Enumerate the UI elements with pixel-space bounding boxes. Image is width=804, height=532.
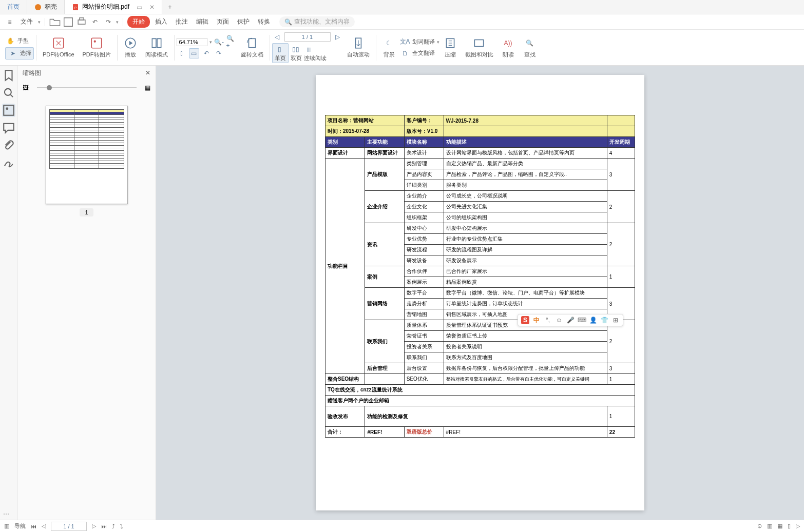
open-folder-icon[interactable] xyxy=(49,16,61,28)
status-view3-icon[interactable]: ▯ xyxy=(788,523,791,529)
zoom-select[interactable] xyxy=(177,38,207,46)
rail-search-icon[interactable] xyxy=(2,86,15,100)
ime-shirt-icon[interactable]: 👕 xyxy=(600,316,608,324)
menu-page[interactable]: 页面 xyxy=(214,17,232,26)
tabs-bar: 首页 稻壳 P 网站报价明细.pdf ▭ ✕ ＋ xyxy=(0,0,804,14)
tool-hand[interactable]: ✋手型 xyxy=(5,36,34,46)
rail-bookmark-icon[interactable] xyxy=(2,69,15,82)
first-page-icon[interactable]: ⏮ xyxy=(31,523,36,529)
tool-full-translate[interactable]: 🗋全文翻译 xyxy=(400,48,439,58)
status-tool-icon[interactable]: ⊙ xyxy=(757,523,762,529)
status-page-input[interactable] xyxy=(51,522,87,531)
tool-read-mode[interactable]: 阅读模式 xyxy=(141,36,172,58)
prev-page-icon[interactable]: ◁ xyxy=(272,32,282,42)
tab-doke[interactable]: 稻壳 xyxy=(27,0,65,14)
thumbnail-title: 缩略图 xyxy=(23,69,41,77)
ime-person-icon[interactable]: 👤 xyxy=(589,316,597,324)
fit-page-icon[interactable]: ▭ xyxy=(189,48,199,58)
rail-thumbnail-icon[interactable] xyxy=(2,104,15,117)
thumb-view-icon[interactable]: 🖼 xyxy=(23,84,29,91)
svg-rect-15 xyxy=(4,105,14,115)
prev-page-icon[interactable]: ◁ xyxy=(42,523,46,529)
tab-close-icon[interactable]: ✕ xyxy=(149,4,155,11)
ime-keyboard-icon[interactable]: ⌨ xyxy=(578,316,586,324)
separator xyxy=(174,35,175,61)
next-page-icon[interactable]: ▷ xyxy=(333,32,343,42)
search-input[interactable]: 🔍 查找功能、文档内容 xyxy=(279,16,355,27)
thumbnail-panel: 缩略图 ✕ 🖼 ▦ 1 xyxy=(17,66,156,520)
menu-file[interactable]: 文件 xyxy=(17,17,36,26)
tool-pdf-to-image[interactable]: PDF转图片 xyxy=(79,36,115,58)
tool-double-page[interactable]: ▯▯双页 xyxy=(291,44,302,62)
tool-background[interactable]: ☾背景 xyxy=(378,36,400,58)
compress-label: 压缩 xyxy=(445,51,456,58)
hamburger-icon[interactable]: ≡ xyxy=(4,16,15,28)
document-viewport[interactable]: 项目名称：营销网站 客户编号： WJ-2015-7.28 时间：2015-07-… xyxy=(156,66,804,520)
rail-attachment-icon[interactable] xyxy=(2,139,15,152)
rail-signature-icon[interactable] xyxy=(2,156,15,169)
rail-comment-icon[interactable] xyxy=(2,121,15,134)
thumb-size-slider[interactable] xyxy=(33,87,141,88)
last-page-icon[interactable]: ⏭ xyxy=(101,523,107,529)
svg-rect-7 xyxy=(91,38,102,48)
compress-icon xyxy=(444,36,457,50)
tool-read-aloud[interactable]: A))朗读 xyxy=(497,36,519,58)
more-icon[interactable]: ⋯ xyxy=(3,510,9,518)
separator xyxy=(123,18,123,26)
menu-edit[interactable]: 编辑 xyxy=(193,17,212,26)
tool-auto-scroll[interactable]: 自动滚动 xyxy=(343,36,374,58)
menu-insert[interactable]: 插入 xyxy=(152,17,170,26)
rotate-left-icon[interactable]: ↶ xyxy=(201,48,212,58)
undo-icon[interactable]: ↶ xyxy=(89,16,101,28)
status-view2-icon[interactable]: ▦ xyxy=(777,523,782,529)
ime-mic-icon[interactable]: 🎤 xyxy=(566,316,575,324)
thumb-grid-icon[interactable]: ▦ xyxy=(145,84,150,91)
svg-rect-5 xyxy=(80,17,84,19)
rotate-right-icon[interactable]: ↷ xyxy=(214,48,224,58)
zoom-in-icon[interactable]: 🔍+ xyxy=(226,37,237,47)
status-play-icon[interactable]: ▷ xyxy=(796,523,800,529)
tool-pdf-to-office[interactable]: PDF转Office xyxy=(39,36,79,58)
redo-icon[interactable]: ↷ xyxy=(103,16,114,28)
ime-toolbar[interactable]: S 中 °, ☺ 🎤 ⌨ 👤 👕 ⊞ xyxy=(518,314,623,326)
tab-home[interactable]: 首页 xyxy=(0,0,27,14)
save-icon[interactable] xyxy=(63,16,74,28)
menu-protect[interactable]: 保护 xyxy=(234,17,253,26)
print-icon[interactable] xyxy=(76,16,87,28)
tool-select[interactable]: ➤选择 xyxy=(5,47,34,60)
menu-annotate[interactable]: 批注 xyxy=(173,17,191,26)
tool-single-page[interactable]: ▯单页 xyxy=(272,43,289,63)
panel-close-icon[interactable]: ✕ xyxy=(145,69,150,76)
menu-start[interactable]: 开始 xyxy=(127,16,150,28)
tool-continuous[interactable]: ⫼连续阅读 xyxy=(304,44,327,62)
menu-convert[interactable]: 转换 xyxy=(255,17,273,26)
tab-restore-icon[interactable]: ▭ xyxy=(137,4,142,11)
ime-toolbox-icon[interactable]: ⊞ xyxy=(611,316,620,324)
fit-width-icon[interactable]: ⫿ xyxy=(177,48,187,58)
tool-play[interactable]: 播放 xyxy=(120,36,141,58)
find-label: 查找 xyxy=(524,51,535,58)
thumbnail-page-1[interactable] xyxy=(46,106,128,204)
single-page-icon: ▯ xyxy=(275,44,285,54)
tab-add-button[interactable]: ＋ xyxy=(162,0,178,14)
next-page-icon[interactable]: ▷ xyxy=(92,523,96,529)
tool-screenshot[interactable]: 截图和对比 xyxy=(461,36,497,58)
cursor-icon: ➤ xyxy=(8,48,18,58)
status-jump-back-icon[interactable]: ⤵ xyxy=(120,523,123,529)
ime-lang-label[interactable]: 中 xyxy=(532,316,541,324)
tool-word-translate[interactable]: 文A划词翻译▾ xyxy=(400,37,439,47)
nav-toggle-icon[interactable]: ▥ xyxy=(4,523,9,529)
zoom-out-icon[interactable]: 🔍- xyxy=(214,37,224,47)
tool-compress[interactable]: 压缩 xyxy=(439,36,461,58)
ime-punct-icon[interactable]: °, xyxy=(544,316,552,324)
status-view1-icon[interactable]: ▥ xyxy=(767,523,772,529)
status-jump-icon[interactable]: ⤴ xyxy=(112,523,115,529)
tab-active-label: 网站报价明细.pdf xyxy=(82,3,129,11)
word-translate-label: 划词翻译 xyxy=(412,38,435,46)
chevron-down-icon[interactable]: ▾ xyxy=(209,40,212,45)
ime-emoji-icon[interactable]: ☺ xyxy=(555,316,563,324)
page-input[interactable] xyxy=(284,32,331,42)
tool-rotate-doc[interactable]: 旋转文档 xyxy=(237,36,267,58)
tool-find[interactable]: 🔍查找 xyxy=(519,36,541,58)
tab-active-document[interactable]: P 网站报价明细.pdf ▭ ✕ xyxy=(65,0,162,14)
